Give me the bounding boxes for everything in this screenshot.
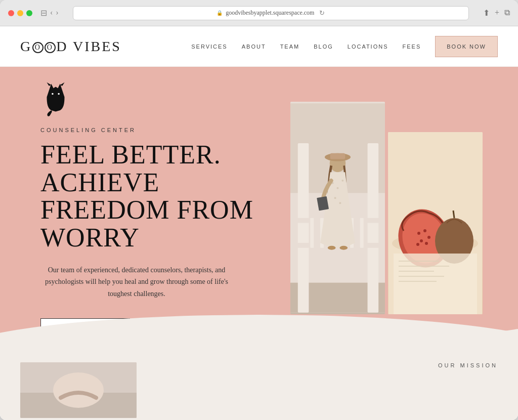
- logo-circle-o: O: [32, 42, 44, 53]
- address-bar[interactable]: 🔒 goodvibesbyapplet.squarespace.com ↻: [73, 6, 469, 20]
- svg-point-46: [53, 372, 104, 408]
- maximize-button[interactable]: [26, 10, 32, 16]
- woman-image: [290, 102, 385, 314]
- svg-point-30: [417, 232, 420, 235]
- bottom-preview-image: [20, 362, 137, 418]
- hero-section: COUNSELING CENTER FEEL BETTER. ACHIEVE F…: [0, 67, 518, 354]
- figs-image: [388, 132, 483, 314]
- browser-controls: ⊟ ‹ ›: [40, 8, 59, 18]
- forward-button[interactable]: ›: [56, 8, 58, 18]
- svg-line-37: [453, 211, 454, 218]
- svg-point-34: [425, 242, 428, 245]
- svg-rect-6: [368, 143, 379, 313]
- logo-circle-o2: O: [45, 42, 56, 53]
- site-logo[interactable]: GOOD VIBES: [20, 38, 121, 55]
- traffic-lights: [8, 10, 32, 16]
- svg-rect-38: [394, 254, 477, 314]
- svg-point-24: [328, 246, 336, 250]
- bottom-section: OUR MISSION: [0, 354, 518, 420]
- svg-point-20: [341, 180, 343, 182]
- refresh-icon[interactable]: ↻: [319, 9, 325, 17]
- svg-point-21: [334, 197, 336, 199]
- minimize-button[interactable]: [17, 10, 23, 16]
- share-icon[interactable]: ⬆: [483, 8, 490, 18]
- svg-point-32: [427, 236, 430, 239]
- hero-title: FEEL BETTER. ACHIEVE FREEDOM FROM WORRY: [40, 141, 270, 251]
- our-mission-label: OUR MISSION: [438, 362, 498, 379]
- svg-point-25: [339, 246, 348, 250]
- wave-divider: [0, 319, 518, 354]
- nav-locations[interactable]: LOCATIONS: [348, 44, 388, 50]
- hero-image-grid: [290, 102, 483, 314]
- nav-links: SERVICES ABOUT TEAM BLOG LOCATIONS FEES …: [191, 36, 498, 57]
- navbar: GOOD VIBES SERVICES ABOUT TEAM BLOG LOCA…: [0, 26, 518, 67]
- hero-content: COUNSELING CENTER FEEL BETTER. ACHIEVE F…: [0, 67, 518, 354]
- svg-rect-9: [310, 218, 314, 248]
- cat-icon: [40, 81, 71, 117]
- browser-window: ⊟ ‹ › 🔒 goodvibesbyapplet.squarespace.co…: [0, 0, 518, 420]
- hero-left: COUNSELING CENTER FEEL BETTER. ACHIEVE F…: [40, 71, 290, 340]
- counseling-label: COUNSELING CENTER: [40, 127, 270, 133]
- nav-team[interactable]: TEAM: [280, 44, 300, 50]
- svg-rect-17: [330, 153, 346, 159]
- book-now-button[interactable]: BOOK NOW: [435, 36, 498, 57]
- svg-rect-5: [298, 143, 309, 313]
- hero-description: Our team of experienced, dedicated couns…: [40, 264, 233, 300]
- browser-titlebar: ⊟ ‹ › 🔒 goodvibesbyapplet.squarespace.co…: [0, 0, 518, 26]
- svg-point-22: [339, 202, 341, 204]
- website-content: GOOD VIBES SERVICES ABOUT TEAM BLOG LOCA…: [0, 26, 518, 420]
- hero-right: [290, 77, 493, 334]
- nav-about[interactable]: ABOUT: [242, 44, 266, 50]
- svg-rect-14: [360, 218, 364, 248]
- hero-title-line2: FREEDOM FROM WORRY: [40, 195, 253, 252]
- lock-icon: 🔒: [217, 10, 223, 16]
- hero-title-line1: FEEL BETTER. ACHIEVE: [40, 140, 221, 197]
- svg-point-31: [423, 229, 426, 232]
- svg-point-33: [420, 239, 423, 242]
- new-tab-icon[interactable]: +: [495, 8, 499, 18]
- svg-point-19: [337, 187, 339, 189]
- sidebar-icon[interactable]: ⊟: [40, 8, 47, 18]
- nav-fees[interactable]: FEES: [403, 44, 421, 50]
- tabs-icon[interactable]: ⧉: [504, 8, 510, 18]
- nav-services[interactable]: SERVICES: [191, 44, 227, 50]
- svg-point-0: [52, 93, 54, 95]
- close-button[interactable]: [8, 10, 14, 16]
- browser-actions: ⬆ + ⧉: [483, 8, 510, 18]
- svg-point-1: [58, 93, 60, 95]
- url-text: goodvibesbyapplet.squarespace.com: [226, 9, 314, 17]
- svg-point-35: [416, 243, 419, 246]
- nav-blog[interactable]: BLOG: [314, 44, 333, 50]
- back-button[interactable]: ‹: [50, 8, 53, 18]
